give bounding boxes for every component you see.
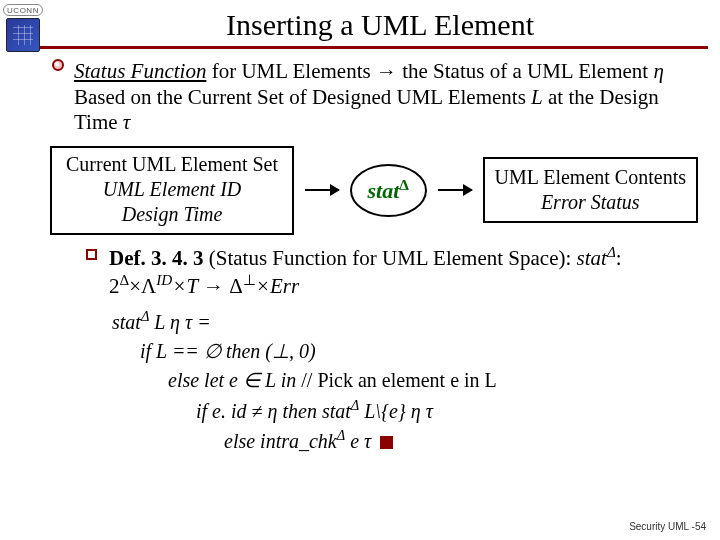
status-function-description: Status Function for UML Elements → the S… [52, 59, 704, 136]
square-bullet-icon [86, 249, 97, 260]
slide-title: Inserting a UML Element [40, 0, 720, 46]
algo-line-4: if e. id ≠ η then statΔ L\{e} η τ [196, 395, 704, 426]
output-line-2: Error Status [495, 190, 686, 215]
definition-text: Def. 3. 4. 3 (Status Function for UML El… [109, 243, 704, 300]
arrow-icon [305, 189, 339, 191]
slide-number: Security UML -54 [629, 521, 706, 532]
input-box: Current UML Element Set UML Element ID D… [50, 146, 294, 235]
arrow-icon [438, 189, 472, 191]
brand-glyph [6, 18, 40, 52]
algo-line-5: else intra_chkΔ e τ [224, 425, 704, 456]
qed-icon [380, 436, 393, 449]
brand-text: UCONN [3, 4, 43, 16]
algo-comment: // Pick an element e in L [301, 369, 497, 391]
algo-line-1: statΔ L η τ = [112, 306, 704, 337]
status-underlined: Status Function [74, 59, 206, 83]
input-line-1: Current UML Element Set [66, 152, 278, 177]
output-box: UML Element Contents Error Status [483, 157, 698, 223]
definition: Def. 3. 4. 3 (Status Function for UML El… [86, 243, 704, 300]
definition-label: Def. 3. 4. 3 [109, 246, 203, 270]
algorithm: statΔ L η τ = if L == ∅ then (⊥, 0) else… [112, 306, 704, 456]
status-text: Status Function for UML Elements → the S… [74, 59, 704, 136]
input-line-3: Design Time [66, 202, 278, 227]
brand-logo: UCONN [3, 4, 43, 52]
content-area: Status Function for UML Elements → the S… [0, 49, 720, 456]
output-line-1: UML Element Contents [495, 165, 686, 190]
input-line-2: UML Element ID [66, 177, 278, 202]
function-oval: statΔ [350, 164, 427, 217]
status-function-diagram: Current UML Element Set UML Element ID D… [50, 146, 698, 235]
algo-line-3: else let e ∈ L in // Pick an element e i… [168, 366, 704, 395]
circle-bullet-icon [52, 59, 64, 71]
algo-line-2: if L == ∅ then (⊥, 0) [140, 337, 704, 366]
